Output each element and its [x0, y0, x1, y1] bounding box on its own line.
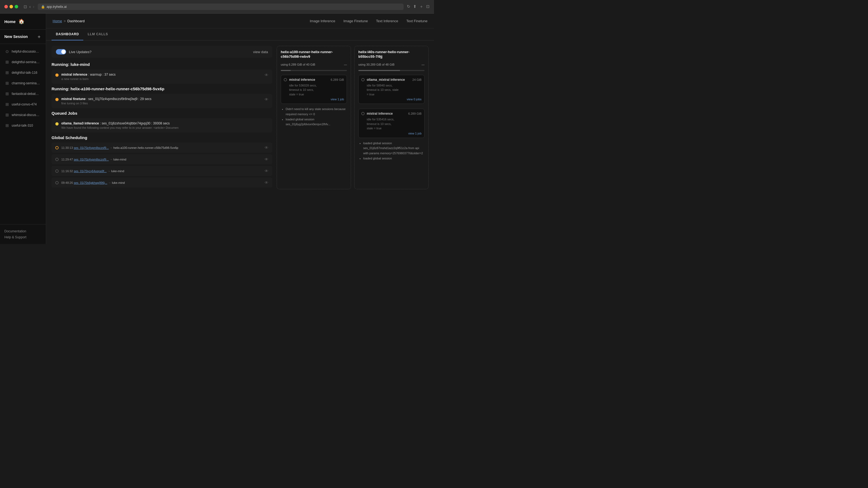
job-card-header: mistral finetune : ses_01j70z4vpm8sczsf9…: [55, 97, 269, 105]
view-jobs-link-l40s-2[interactable]: view 1 job: [361, 132, 422, 135]
model-status-indicator: [361, 112, 365, 115]
close-button[interactable]: [4, 5, 8, 8]
view-jobs-link-l40s-1[interactable]: view 0 jobs: [361, 98, 422, 101]
view-jobs-link-a100[interactable]: view 1 job: [284, 98, 344, 101]
schedule-target: luke-mind: [113, 158, 126, 161]
address-bar[interactable]: 🔒 app.tryhelix.ai: [38, 3, 404, 10]
sidebar-item-charming-seminar-329[interactable]: ⊞ charming-seminar-329: [2, 78, 44, 88]
security-icon: 🔒: [41, 5, 45, 9]
tab-llm-calls[interactable]: LLM CALLS: [83, 29, 112, 40]
job-card-mistral-finetune: mistral finetune : ses_01j70z4vpm8sczsf9…: [52, 94, 272, 108]
view-job-icon[interactable]: 👁: [265, 73, 269, 77]
sidebar-item-delightful-seminar-299[interactable]: ⊞ delightful-seminar-299: [2, 57, 44, 67]
home-icon: 🏠: [19, 19, 24, 24]
schedule-text: 11:30:13 ses_01j70z4vpm8sczsf9... → heli…: [61, 146, 262, 150]
view-schedule-icon[interactable]: 👁: [265, 169, 269, 173]
live-updates-toggle-section: Live Updates?: [56, 49, 91, 55]
schedule-session-link[interactable]: ses_01j70z4vpm8sczsf9...: [74, 146, 109, 150]
job-status-indicator: [55, 73, 59, 77]
schedule-session-link[interactable]: ses_01j70ycy64vqna9f...: [74, 169, 106, 173]
job-status-label: : warmup :: [88, 73, 104, 76]
job-status-indicator: [55, 98, 59, 101]
view-schedule-icon[interactable]: 👁: [265, 145, 269, 150]
schedule-target: helix-a100-runner-helix-runner-c56b75d98…: [113, 146, 178, 150]
browser-nav-controls: ⊡ ‹ ›: [24, 4, 34, 9]
model-card-header: mistral inference 6.289 GiB: [284, 78, 344, 82]
model-name: mistral inference: [367, 112, 393, 116]
nav-text-finetune[interactable]: Text Finetune: [406, 18, 428, 24]
nav-image-inference[interactable]: Image Inference: [310, 18, 335, 24]
breadcrumb-home[interactable]: Home: [53, 19, 62, 23]
sidebar-icon[interactable]: ⊡: [426, 4, 430, 9]
maximize-button[interactable]: [14, 5, 18, 8]
sidebar-item-useful-convo-474[interactable]: ⊞ useful-convo-474: [2, 99, 44, 109]
live-updates-toggle[interactable]: [56, 49, 66, 55]
schedule-item-0: 11:30:13 ses_01j70z4vpm8sczsf9... → heli…: [52, 142, 272, 153]
schedule-time: 09:48:26: [61, 181, 73, 184]
job-type: ollama_llama3 inference: [61, 122, 99, 125]
sidebar-item-useful-talk-310[interactable]: ⊞ useful-talk-310: [2, 120, 44, 131]
sidebar-item-label: whimsical-discussion-352: [12, 113, 40, 117]
documentation-link[interactable]: Documentation: [4, 228, 41, 234]
schedule-circle-icon: [55, 158, 59, 161]
sidebar-items-list: ⊙ helpful-discussion-272 ⊞ delightful-se…: [0, 44, 46, 224]
running-title-2: Running: helix-a100-runner-helix-runner-…: [52, 87, 272, 91]
back-button[interactable]: ‹: [29, 4, 31, 9]
schedule-session-link[interactable]: ses_01j70z4vpm8sczsf9...: [74, 158, 109, 161]
new-session-button[interactable]: New Session ＋: [0, 30, 46, 44]
view-schedule-icon[interactable]: 👁: [265, 157, 269, 162]
tab-dashboard[interactable]: DASHBOARD: [52, 29, 83, 40]
sidebar-item-whimsical-discussion-352[interactable]: ⊞ whimsical-discussion-352: [2, 110, 44, 120]
sidebar: Home 🏠 New Session ＋ ⊙ helpful-discussio…: [0, 13, 46, 244]
view-schedule-icon[interactable]: 👁: [265, 180, 269, 185]
runner-l40s-usage-text: using 30.289 GiB of 48 GiB: [358, 63, 394, 66]
runner-l40s-usage-fill: [358, 70, 400, 71]
job-duration: 29 secs: [140, 97, 151, 101]
model-card-header: ollama_mixtral inference 24 GiB: [361, 78, 422, 82]
forward-button[interactable]: ›: [33, 4, 34, 9]
sidebar-item-label: fantastical-debate-729: [12, 92, 40, 96]
schedule-item-3: 09:48:26 ses_01j70s6gkhwg996j... → luke-…: [52, 177, 272, 188]
running-title-1: Running: luke-mind: [52, 62, 272, 67]
grid-icon: ⊞: [5, 112, 9, 118]
sidebar-item-helpful-discussion-272[interactable]: ⊙ helpful-discussion-272: [2, 46, 44, 57]
job-info: mistral finetune : ses_01j70z4vpm8sczsf9…: [61, 97, 265, 105]
schedule-time: 11:16:32: [61, 169, 73, 173]
live-updates-bar: Live Updates? view data: [52, 46, 272, 58]
job-card-header: ollama_llama3 inference : ses_01j6zshsxe…: [55, 122, 269, 129]
runner-a100-usage: using 6.289 GiB of 40 GiB —: [281, 63, 347, 66]
help-support-link[interactable]: Help & Support: [4, 234, 41, 240]
sidebar-item-fantastical-debate-729[interactable]: ⊞ fantastical-debate-729: [2, 89, 44, 99]
model-gib: 6.289 GiB: [331, 78, 344, 82]
model-timeout: timeout is 10 secs,: [367, 122, 392, 126]
job-title: mistral inference : warmup : 37 secs: [61, 73, 265, 76]
chat-icon: ⊙: [5, 49, 9, 54]
model-idle-text: idle for 536028 secs, timeout is 10 secs…: [289, 83, 344, 97]
schedule-text: 09:48:26 ses_01j70s6gkhwg996j... → luke-…: [61, 181, 262, 184]
model-idle-text: idle for 58940 secs, timeout is 10 secs,…: [367, 83, 422, 97]
sidebar-item-label: delightful-talk-116: [12, 71, 37, 74]
model-timeout: timeout is 10 secs, stale: [367, 88, 399, 91]
nav-image-finetune[interactable]: Image Finetune: [343, 18, 368, 24]
model-gib: 24 GiB: [412, 78, 422, 82]
model-stale: = true: [367, 93, 374, 96]
view-job-icon[interactable]: 👁: [265, 97, 269, 102]
content-area: DASHBOARD LLM CALLS Live Updates?: [46, 29, 434, 244]
share-icon[interactable]: ⬆: [413, 4, 416, 9]
new-tab-icon[interactable]: ＋: [420, 4, 424, 9]
view-data-link[interactable]: view data: [253, 50, 268, 54]
schedule-arrow: →: [108, 181, 112, 184]
job-card-queued: ollama_llama3 inference : ses_01j6zshsxe…: [52, 118, 272, 133]
reload-icon[interactable]: ↻: [407, 4, 410, 9]
sidebar-item-delightful-talk-116[interactable]: ⊞ delightful-talk-116: [2, 67, 44, 78]
bullet-item: loaded global session ses_01j6yg2pfdvsxn…: [286, 117, 347, 127]
minimize-button[interactable]: [9, 5, 13, 8]
sidebar-toggle-icon[interactable]: ⊡: [24, 4, 27, 9]
nav-text-inference[interactable]: Text Inference: [376, 18, 398, 24]
job-card-header: mistral inference : warmup : 37 secs a n…: [55, 73, 269, 80]
bullet-item: loaded global session: [363, 156, 425, 161]
sidebar-item-label: delightful-seminar-299: [12, 60, 40, 64]
runner-panel-a100: helix-a100-runner-helix-runner-c56b75d98…: [277, 46, 351, 189]
schedule-session-link[interactable]: ses_01j70s6gkhwg996j...: [74, 181, 107, 184]
breadcrumb-current: Dashboard: [67, 19, 85, 23]
